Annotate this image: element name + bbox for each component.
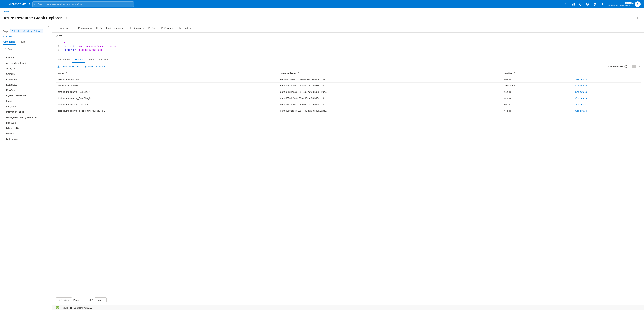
tab-messages[interactable]: Messages: [97, 56, 112, 63]
category-compute[interactable]: › Compute: [0, 71, 52, 77]
see-details-link[interactable]: See details: [575, 97, 586, 100]
table-row: test-ubuntu-cus-vm_DataDisk_1 learn-0253…: [56, 89, 640, 95]
col-header-location[interactable]: location: [502, 70, 574, 76]
next-button[interactable]: Next >: [95, 297, 106, 302]
top-nav: ☰ Microsoft Azure Bester... MICROSOFT LE…: [0, 0, 644, 9]
close-button[interactable]: [635, 15, 640, 21]
category-iot[interactable]: › Internet of Things: [0, 109, 52, 115]
category-identity[interactable]: › Identity: [0, 98, 52, 104]
tab-table[interactable]: Table: [19, 39, 26, 45]
category-monitor[interactable]: › Monitor: [0, 131, 52, 136]
cell-details[interactable]: See details: [573, 102, 640, 108]
cell-details[interactable]: See details: [573, 76, 640, 83]
hamburger-menu-icon[interactable]: ☰: [2, 2, 6, 7]
category-databases[interactable]: › Databases: [0, 82, 52, 88]
scope-value[interactable]: Subscrip... : Concierge Subscr...: [10, 29, 43, 34]
cell-name: test-ubuntu-cus-vm_DataDisk_2: [56, 102, 278, 108]
save-button[interactable]: Save: [146, 26, 158, 31]
sort-location-icon[interactable]: [514, 72, 516, 74]
formatted-toggle-switch[interactable]: [628, 65, 636, 68]
category-label: General: [6, 56, 14, 59]
svg-point-0: [34, 3, 36, 5]
see-details-link[interactable]: See details: [575, 110, 586, 112]
prev-button[interactable]: < Previous: [56, 297, 72, 302]
sort-name-icon[interactable]: [65, 72, 67, 74]
tab-charts[interactable]: Charts: [85, 56, 97, 63]
global-search-input[interactable]: [38, 3, 132, 6]
user-subtitle: MICROSOFT LEARN SANDBOX: [608, 4, 634, 7]
more-options-icon[interactable]: ···: [70, 16, 75, 21]
pin-page-icon[interactable]: [64, 16, 69, 21]
user-menu[interactable]: Bester... MICROSOFT LEARN SANDBOX B: [606, 2, 642, 7]
settings-icon[interactable]: [584, 2, 590, 7]
page-number-select[interactable]: 1: [80, 297, 88, 302]
set-auth-button[interactable]: Set authorization scope: [94, 26, 125, 31]
pin-dashboard-button[interactable]: Pin to dashboard: [84, 64, 107, 68]
category-devops[interactable]: › DevOps: [0, 88, 52, 93]
col-header-resourcegroup[interactable]: resourceGroup: [278, 70, 502, 76]
less-button[interactable]: ∧ Less: [6, 35, 12, 38]
cell-details[interactable]: See details: [573, 83, 640, 89]
category-migration[interactable]: › Migration: [0, 120, 52, 125]
cell-details[interactable]: See details: [573, 108, 640, 114]
query-tab[interactable]: Query 1: [52, 33, 644, 39]
cell-name: test-ubuntu-cus-vm_disk1_c8d4e748e9e643.…: [56, 108, 278, 114]
sidebar: « Scope Subscrip... : Concierge Subscr..…: [0, 24, 52, 310]
chevron-icon: ›: [3, 62, 5, 64]
see-details-link[interactable]: See details: [575, 91, 586, 93]
sidebar-search-input[interactable]: [3, 47, 50, 52]
category-mixed-reality[interactable]: › Mixed reality: [0, 125, 52, 131]
save-as-button[interactable]: Save as: [159, 26, 174, 31]
query-tab-label: Query 1: [56, 34, 64, 37]
table-row: test-ubuntu-cus-vm_DataDisk_0 learn-0253…: [56, 95, 640, 102]
see-details-link[interactable]: See details: [575, 78, 586, 81]
category-integration[interactable]: › Integration: [0, 104, 52, 109]
tab-results[interactable]: Results: [72, 56, 85, 63]
run-query-button[interactable]: Run query: [128, 26, 146, 31]
cell-resourcegroup: learn-02531a9c-3108-4e90-aaf0-6bd5e1f20a…: [278, 108, 502, 114]
toolbar-separator: [126, 26, 127, 30]
tab-get-started[interactable]: Get started: [56, 56, 72, 63]
global-search-box[interactable]: [32, 2, 134, 7]
category-management-governance[interactable]: › Management and governance: [0, 115, 52, 120]
breadcrumb-home[interactable]: Home: [4, 10, 10, 13]
svg-rect-2: [572, 3, 573, 4]
open-query-button[interactable]: Open a query: [73, 26, 94, 31]
svg-rect-3: [574, 3, 574, 4]
download-csv-button[interactable]: Download as CSV: [56, 64, 81, 68]
col-header-name[interactable]: name: [56, 70, 278, 76]
cell-details[interactable]: See details: [573, 89, 640, 95]
pipe-symbol-2: |: [62, 48, 63, 52]
query-fields: name, resourceGroup, location: [78, 45, 117, 48]
status-text: Results: 41 (Duration: 00:00.224): [61, 306, 94, 309]
help-icon[interactable]: [592, 2, 597, 7]
cloud-shell-icon[interactable]: [564, 2, 569, 7]
folder-icon: [74, 27, 77, 29]
categories-list: › General › AI + machine learning › Anal…: [0, 54, 52, 310]
notifications-icon[interactable]: [578, 2, 583, 7]
see-details-link[interactable]: See details: [575, 103, 586, 106]
chevron-icon: ›: [3, 138, 5, 140]
category-ai-ml[interactable]: › AI + machine learning: [0, 60, 52, 66]
query-editor[interactable]: 1 resources 2 | project name, resourceGr…: [52, 39, 644, 56]
portal-menu-icon[interactable]: [570, 2, 576, 7]
see-details-link[interactable]: See details: [575, 84, 586, 87]
new-query-button[interactable]: + New query: [55, 25, 72, 31]
breadcrumb-separator: ›: [11, 10, 11, 13]
category-networking[interactable]: › Networking: [0, 136, 52, 142]
category-label: Integration: [6, 105, 17, 108]
feedback-nav-icon[interactable]: [598, 2, 604, 7]
sort-rg-icon[interactable]: [298, 72, 299, 74]
tab-categories[interactable]: Categories: [3, 39, 16, 45]
category-analytics[interactable]: › Analytics: [0, 66, 52, 71]
cell-resourcegroup: learn-02531a9c-3108-4e90-aaf0-6bd5e1f20a…: [278, 102, 502, 108]
feedback-button[interactable]: Feedback: [178, 26, 194, 31]
user-name: Bester...: [608, 2, 634, 5]
category-hybrid-multicloud[interactable]: › Hybrid + multicloud: [0, 93, 52, 98]
cell-details[interactable]: See details: [573, 95, 640, 102]
category-containers[interactable]: › Containers: [0, 77, 52, 82]
category-general[interactable]: › General: [0, 55, 52, 60]
chevron-icon: ›: [3, 73, 5, 75]
sidebar-collapse-button[interactable]: «: [48, 25, 50, 28]
cell-location: northeurope: [502, 83, 574, 89]
